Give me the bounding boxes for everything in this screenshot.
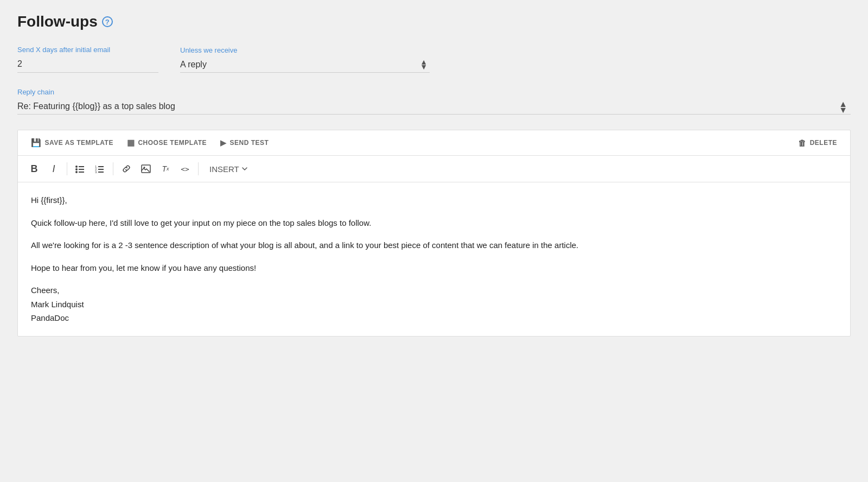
sig-name: Mark Lindquist [31, 300, 84, 309]
delete-button[interactable]: 🗑 DELETE [794, 136, 841, 150]
format-divider-2 [113, 162, 113, 175]
choose-template-label: CHOOSE TEMPLATE [138, 139, 207, 147]
help-icon[interactable]: ? [102, 16, 113, 27]
grid-icon: ▦ [127, 138, 135, 148]
format-toolbar: B I 1. 2. 3. [18, 156, 850, 182]
insert-label: INSERT [209, 164, 239, 174]
numbered-list-button[interactable]: 1. 2. 3. [91, 160, 108, 177]
link-icon [122, 164, 131, 174]
title-text: Follow-ups [17, 13, 98, 30]
email-body[interactable]: Hi {{first}}, Quick follow-up here, I'd … [18, 182, 850, 336]
reply-chain-section: Reply chain Re: Featuring {{blog}} as a … [17, 88, 851, 115]
save-icon: 💾 [31, 138, 42, 148]
send-test-button[interactable]: ▶ SEND TEST [216, 136, 273, 149]
sig-company: PandaDoc [31, 313, 69, 322]
delete-label: DELETE [810, 139, 837, 147]
trash-icon: 🗑 [798, 138, 807, 148]
send-days-input[interactable] [17, 57, 158, 73]
save-template-button[interactable]: 💾 SAVE AS TEMPLATE [27, 136, 118, 150]
image-button[interactable] [137, 160, 155, 177]
page-title: Follow-ups ? [17, 13, 851, 30]
link-button[interactable] [118, 160, 135, 177]
svg-point-2 [75, 168, 78, 170]
reply-chain-select-wrapper: Re: Featuring {{blog}} as a top sales bl… [17, 99, 851, 115]
email-paragraph-2: All we're looking for is a 2 -3 sentence… [31, 238, 837, 252]
svg-rect-11 [98, 172, 104, 173]
svg-point-4 [75, 171, 78, 173]
format-divider-1 [67, 162, 67, 175]
send-test-label: SEND TEST [230, 139, 269, 147]
svg-point-0 [75, 166, 78, 168]
email-paragraph-3: Hope to hear from you, let me know if yo… [31, 261, 837, 275]
top-form-row: Send X days after initial email Unless w… [17, 46, 851, 73]
unless-group: Unless we receive A reply An open A clic… [180, 46, 430, 73]
unless-select-wrapper: A reply An open A click Nothing ▲▼ [180, 58, 430, 73]
bold-button[interactable]: B [25, 160, 43, 177]
reply-chain-label: Reply chain [17, 88, 851, 96]
format-divider-3 [198, 162, 199, 175]
send-days-group: Send X days after initial email [17, 46, 158, 73]
email-signature: Cheers, Mark Lindquist PandaDoc [31, 283, 837, 325]
insert-dropdown-button[interactable]: INSERT [205, 162, 252, 176]
page-header: Follow-ups ? [17, 13, 851, 30]
save-template-label: SAVE AS TEMPLATE [45, 139, 113, 147]
svg-rect-3 [79, 169, 84, 170]
email-editor: 💾 SAVE AS TEMPLATE ▦ CHOOSE TEMPLATE ▶ S… [17, 130, 851, 337]
svg-rect-1 [79, 166, 84, 167]
insert-chevron-icon [241, 166, 248, 172]
image-icon [141, 164, 151, 174]
svg-rect-5 [79, 172, 84, 173]
choose-template-button[interactable]: ▦ CHOOSE TEMPLATE [123, 136, 211, 150]
sig-cheers: Cheers, [31, 286, 60, 295]
email-greeting: Hi {{first}}, [31, 193, 837, 207]
numbered-list-icon: 1. 2. 3. [95, 164, 105, 174]
svg-rect-7 [98, 166, 104, 167]
svg-rect-9 [98, 169, 104, 170]
bullet-list-button[interactable] [72, 160, 89, 177]
svg-text:3.: 3. [95, 170, 98, 174]
unless-select[interactable]: A reply An open A click Nothing [180, 58, 430, 72]
bullet-list-icon [75, 164, 85, 174]
email-paragraph-1: Quick follow-up here, I'd still love to … [31, 216, 837, 230]
editor-toolbar-top: 💾 SAVE AS TEMPLATE ▦ CHOOSE TEMPLATE ▶ S… [18, 130, 850, 156]
code-button[interactable]: <> [176, 160, 194, 177]
italic-button[interactable]: I [45, 160, 62, 177]
reply-chain-select[interactable]: Re: Featuring {{blog}} as a top sales bl… [17, 99, 851, 114]
send-icon: ▶ [220, 138, 227, 147]
clear-format-button[interactable]: Tx [157, 160, 174, 177]
unless-label: Unless we receive [180, 46, 430, 54]
send-days-label: Send X days after initial email [17, 46, 158, 54]
